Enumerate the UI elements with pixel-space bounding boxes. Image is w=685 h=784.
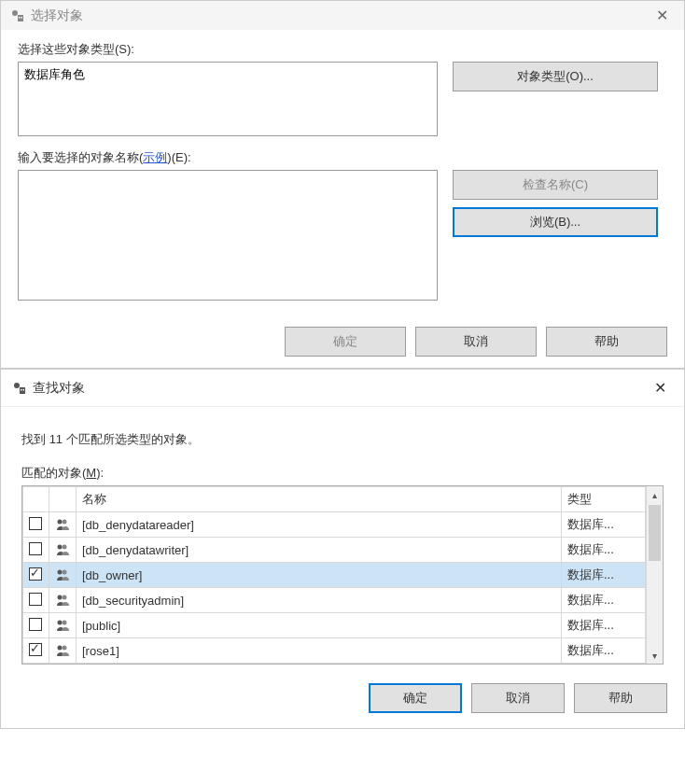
svg-point-15: [63, 595, 67, 600]
svg-point-10: [58, 545, 63, 550]
ok-button[interactable]: 确定: [369, 683, 462, 713]
dialog2-footer: 确定 取消 帮助: [1, 670, 684, 728]
matching-objects-label: 匹配的对象(M):: [21, 465, 664, 482]
row-checkbox[interactable]: [29, 517, 42, 530]
object-names-input[interactable]: [18, 170, 438, 301]
table-row[interactable]: [public]数据库...: [23, 613, 646, 638]
svg-point-16: [58, 621, 63, 625]
matching-suffix: ):: [96, 466, 104, 480]
table-row[interactable]: [db_denydatareader]数据库...: [23, 512, 646, 538]
role-icon: [55, 593, 70, 608]
role-icon: [55, 643, 70, 658]
enter-names-suffix: )(E):: [167, 150, 190, 164]
row-checkbox[interactable]: [29, 643, 42, 656]
col-name-header[interactable]: 名称: [77, 487, 562, 512]
found-prefix: 找到: [21, 432, 49, 446]
svg-point-12: [58, 570, 63, 575]
scroll-up-icon[interactable]: ▴: [647, 486, 663, 503]
found-suffix: 个匹配所选类型的对象。: [63, 432, 200, 446]
titlebar: 查找对象 ✕: [1, 370, 684, 407]
titlebar: 选择对象 ✕: [1, 1, 684, 30]
row-checkbox[interactable]: [29, 618, 42, 631]
object-types-button[interactable]: 对象类型(O)...: [453, 62, 658, 91]
svg-rect-7: [23, 389, 25, 391]
close-icon[interactable]: ✕: [649, 7, 675, 24]
svg-point-13: [63, 570, 67, 575]
dialog1-body: 选择这些对象类型(S): 数据库角色 对象类型(O)... 输入要选择的对象名称…: [1, 30, 684, 319]
svg-point-11: [63, 545, 67, 550]
svg-rect-5: [20, 387, 25, 394]
svg-point-8: [58, 520, 63, 525]
row-name: [public]: [77, 613, 562, 638]
row-checkbox[interactable]: [29, 593, 42, 606]
svg-point-0: [12, 10, 18, 16]
check-names-button[interactable]: 检查名称(C): [453, 170, 658, 200]
table-row[interactable]: [db_denydatawriter]数据库...: [23, 538, 646, 563]
select-types-label: 选择这些对象类型(S):: [18, 41, 667, 58]
ok-button[interactable]: 确定: [285, 327, 406, 357]
row-checkbox[interactable]: [29, 567, 42, 581]
svg-rect-3: [21, 17, 23, 19]
browse-button[interactable]: 浏览(B)...: [453, 207, 658, 237]
svg-rect-2: [19, 17, 21, 19]
scroll-thumb[interactable]: [649, 505, 661, 561]
app-icon: [10, 8, 25, 23]
row-name: [rose1]: [77, 638, 562, 664]
scroll-down-icon[interactable]: ▾: [647, 647, 663, 664]
svg-rect-1: [18, 15, 23, 21]
row-name: [db_owner]: [77, 563, 562, 588]
enter-names-label: 输入要选择的对象名称(示例)(E):: [18, 149, 667, 166]
role-icon: [55, 567, 70, 582]
help-button[interactable]: 帮助: [574, 683, 667, 713]
row-name: [db_securityadmin]: [77, 588, 562, 613]
close-icon[interactable]: ✕: [647, 379, 673, 397]
results-table-wrap: 名称 类型 [db_denydatareader]数据库...[db_denyd…: [21, 485, 664, 665]
svg-point-14: [58, 595, 63, 600]
row-name: [db_denydatawriter]: [77, 538, 562, 563]
found-count: 11: [49, 432, 63, 446]
app-icon: [12, 381, 27, 396]
svg-point-4: [14, 383, 20, 388]
dialog1-footer: 确定 取消 帮助: [1, 319, 684, 368]
title-text: 选择对象: [31, 7, 649, 24]
row-checkbox[interactable]: [29, 542, 42, 555]
help-button[interactable]: 帮助: [546, 327, 667, 357]
results-table[interactable]: 名称 类型 [db_denydatareader]数据库...[db_denyd…: [22, 486, 646, 664]
select-objects-dialog: 选择对象 ✕ 选择这些对象类型(S): 数据库角色 对象类型(O)... 输入要…: [0, 0, 685, 369]
row-type: 数据库...: [562, 512, 646, 538]
dialog2-body: 找到 11 个匹配所选类型的对象。 匹配的对象(M): 名称 类型 [db_de…: [1, 407, 684, 670]
scrollbar[interactable]: ▴ ▾: [646, 486, 663, 664]
cancel-button[interactable]: 取消: [471, 683, 565, 713]
svg-rect-6: [21, 389, 22, 391]
find-objects-dialog: 查找对象 ✕ 找到 11 个匹配所选类型的对象。 匹配的对象(M): 名称 类型…: [0, 369, 685, 729]
row-type: 数据库...: [562, 588, 646, 613]
svg-point-19: [63, 646, 67, 651]
role-icon: [55, 517, 70, 532]
matching-prefix: 匹配的对象(: [21, 466, 86, 480]
svg-point-18: [58, 646, 63, 651]
col-checkbox-header: [23, 487, 49, 512]
svg-point-9: [63, 520, 67, 525]
role-icon: [55, 618, 70, 633]
table-row[interactable]: [rose1]数据库...: [23, 638, 646, 664]
example-link[interactable]: 示例: [143, 150, 167, 164]
col-icon-header: [49, 487, 77, 512]
found-count-label: 找到 11 个匹配所选类型的对象。: [21, 431, 664, 448]
svg-point-17: [63, 621, 67, 625]
object-types-box: 数据库角色: [18, 62, 438, 136]
role-icon: [55, 542, 70, 557]
row-type: 数据库...: [562, 563, 646, 588]
enter-names-prefix: 输入要选择的对象名称(: [18, 150, 143, 164]
cancel-button[interactable]: 取消: [415, 327, 537, 357]
row-name: [db_denydatareader]: [77, 512, 562, 538]
matching-hotkey: M: [86, 466, 96, 480]
row-type: 数据库...: [562, 613, 646, 638]
table-row[interactable]: [db_owner]数据库...: [23, 563, 646, 588]
table-row[interactable]: [db_securityadmin]数据库...: [23, 588, 646, 613]
col-type-header[interactable]: 类型: [562, 487, 646, 512]
row-type: 数据库...: [562, 538, 646, 563]
title-text: 查找对象: [33, 380, 647, 397]
row-type: 数据库...: [562, 638, 646, 664]
